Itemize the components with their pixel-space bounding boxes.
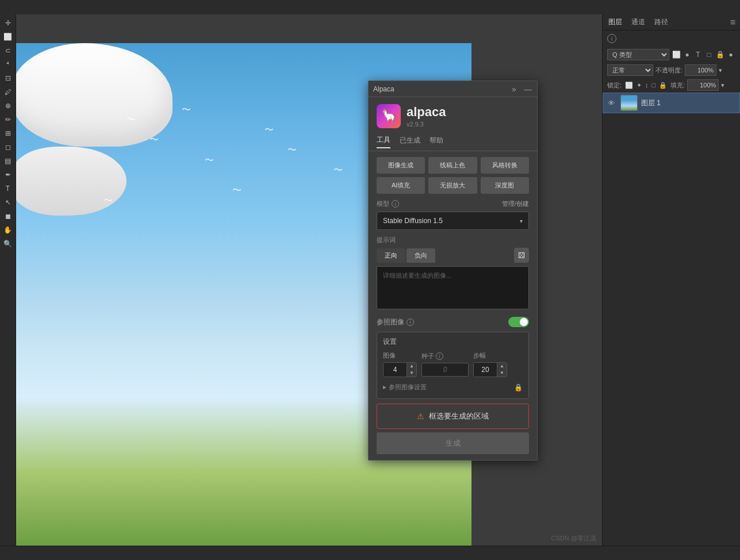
image-count-down[interactable]: ▼ <box>407 370 416 377</box>
alpaca-settings-section: 设置 图像 ▲ ▼ <box>377 332 529 399</box>
prompt-label-text: 提示词 <box>377 236 396 244</box>
model-dropdown[interactable]: Stable Diffusion 1.5 ▾ <box>377 212 529 230</box>
lock-icon-5[interactable]: 🔒 <box>659 82 667 89</box>
advanced-row[interactable]: ▶ 参照图像设置 🔒 <box>383 381 523 394</box>
layer-name[interactable]: 图层 1 <box>641 98 661 108</box>
filter-icon-smart[interactable]: 🔒 <box>715 50 724 59</box>
tool-pen[interactable]: ✒ <box>2 168 14 181</box>
lock-icon-2[interactable]: ✦ <box>637 82 642 89</box>
seed-label: 种子 i <box>421 352 469 360</box>
fill-arrow: ▾ <box>721 82 724 89</box>
nav-tools[interactable]: 工具 <box>377 135 390 148</box>
image-count-input[interactable] <box>384 363 407 377</box>
ps-opacity-row: 不透明度: ▾ <box>655 64 722 76</box>
fill-input[interactable] <box>687 79 719 91</box>
warn-select-area-btn[interactable]: ⚠ 框选要生成的区域 <box>377 404 529 429</box>
tool-move[interactable]: ✛ <box>2 17 14 29</box>
tool-heal[interactable]: ⊕ <box>2 99 14 112</box>
lock-icon-3[interactable]: ↕ <box>645 82 649 89</box>
nav-help[interactable]: 帮助 <box>430 136 443 148</box>
tab-paths[interactable]: 路径 <box>653 17 669 27</box>
tool-wand[interactable]: ⁴ <box>2 58 14 71</box>
alpaca-expand-btn[interactable]: » <box>509 85 519 94</box>
tool-zoom[interactable]: 🔍 <box>2 237 14 250</box>
tool-select-rect[interactable]: ⬜ <box>2 30 14 43</box>
prompt-dice-btn[interactable]: ⚄ <box>514 248 529 263</box>
bird-2: 〜 <box>205 155 214 167</box>
prompt-tab-negative[interactable]: 负向 <box>407 248 435 263</box>
tool-lasso[interactable]: ⊂ <box>2 44 14 57</box>
ref-image-label: 参照图像 i <box>377 317 414 327</box>
filter-icon-dot[interactable]: ● <box>726 50 735 59</box>
filter-icon-pixel[interactable]: ⬜ <box>672 50 681 59</box>
ref-info-icon[interactable]: i <box>407 319 414 326</box>
seed-info-icon[interactable]: i <box>436 352 443 360</box>
layer-thumbnail <box>620 95 638 111</box>
bird-1: 〜 <box>149 134 159 146</box>
seed-label-text: 种子 <box>421 352 434 360</box>
tool-btn-depth[interactable]: 深度图 <box>481 177 529 194</box>
settings-row-main: 图像 ▲ ▼ 种子 i <box>383 351 523 377</box>
alpaca-close-btn[interactable]: — <box>523 85 532 94</box>
alpaca-panel: Alpaca » — 🦙 alpaca v2.9.3 工具 已生成 帮助 图像生… <box>368 80 538 461</box>
tool-btn-line-color[interactable]: 线稿上色 <box>428 157 477 174</box>
tab-layers[interactable]: 图层 <box>607 17 623 27</box>
bird-3: 〜 <box>264 124 274 136</box>
layer-thumb-inner <box>621 95 637 110</box>
tool-hand[interactable]: ✋ <box>2 224 14 236</box>
tool-shape[interactable]: ◼ <box>2 210 14 223</box>
lock-icon-4[interactable]: □ <box>652 82 656 89</box>
filter-icon-adjust[interactable]: ● <box>683 50 692 59</box>
seed-col: 种子 i <box>421 352 469 377</box>
tool-btn-image-gen[interactable]: 图像生成 <box>377 157 425 174</box>
csdn-watermark: CSDN @零江流 <box>551 534 596 543</box>
generate-btn[interactable]: 生成 <box>377 432 529 454</box>
ref-toggle-knob <box>520 318 528 326</box>
model-dropdown-arrow: ▾ <box>520 218 523 224</box>
settings-title: 设置 <box>383 337 523 347</box>
blend-mode-select[interactable]: 正常 <box>607 64 653 76</box>
panel-menu-icon[interactable]: ≡ <box>730 17 735 28</box>
steps-spinners: ▲ ▼ <box>497 363 507 377</box>
prompt-section-label: 提示词 <box>377 236 529 244</box>
steps-down[interactable]: ▼ <box>497 370 507 377</box>
alpaca-tools-grid: 图像生成 线稿上色 风格转换 AI填充 无损放大 深度图 <box>377 157 529 194</box>
alpaca-prompt-tabs: 正向 负向 ⚄ <box>377 248 529 263</box>
steps-input[interactable] <box>474 363 497 377</box>
tool-btn-ai-fill[interactable]: AI填充 <box>377 177 425 194</box>
opacity-label: 不透明度: <box>655 66 683 75</box>
tool-stamp[interactable]: ⊞ <box>2 127 14 140</box>
nav-generated[interactable]: 已生成 <box>400 136 420 148</box>
bird-6: 〜 <box>182 104 191 116</box>
prompt-tab-positive[interactable]: 正向 <box>377 248 405 263</box>
opacity-input[interactable] <box>685 64 716 76</box>
image-count-up[interactable]: ▲ <box>407 363 416 370</box>
model-label-text: 模型 <box>377 200 389 208</box>
tool-btn-upscale[interactable]: 无损放大 <box>428 177 477 194</box>
tool-brush[interactable]: ✏ <box>2 113 14 126</box>
tool-eraser[interactable]: ◻ <box>2 141 14 154</box>
tool-btn-style-trans[interactable]: 风格转换 <box>481 157 529 174</box>
filter-select[interactable]: Q 类型 <box>607 49 669 60</box>
seed-input[interactable] <box>422 363 468 376</box>
tool-text[interactable]: T <box>2 182 14 195</box>
filter-icon-shape[interactable]: □ <box>704 50 714 59</box>
layer-item-1[interactable]: 👁 图层 1 <box>603 93 740 113</box>
tool-crop[interactable]: ⊡ <box>2 72 14 85</box>
filter-icon-text[interactable]: T <box>693 50 703 59</box>
model-manage-link[interactable]: 管理/创建 <box>502 200 529 208</box>
tool-eyedrop[interactable]: 🖊 <box>2 86 14 98</box>
prompt-textarea[interactable] <box>377 266 529 309</box>
ref-image-toggle[interactable] <box>508 317 529 327</box>
alpaca-name-block: alpaca v2.9.3 <box>407 105 446 128</box>
layer-visibility-icon[interactable]: 👁 <box>608 99 617 108</box>
alpaca-logo-art: 🦙 <box>377 104 401 128</box>
image-count-spinners: ▲ ▼ <box>407 363 416 377</box>
model-info-icon[interactable]: i <box>392 200 399 208</box>
tool-gradient[interactable]: ▤ <box>2 155 14 167</box>
steps-up[interactable]: ▲ <box>497 363 507 370</box>
ps-menubar <box>0 0 740 14</box>
tab-channels[interactable]: 通道 <box>630 17 646 27</box>
lock-icon-1[interactable]: ⬜ <box>625 82 633 89</box>
tool-path-select[interactable]: ↖ <box>2 196 14 209</box>
